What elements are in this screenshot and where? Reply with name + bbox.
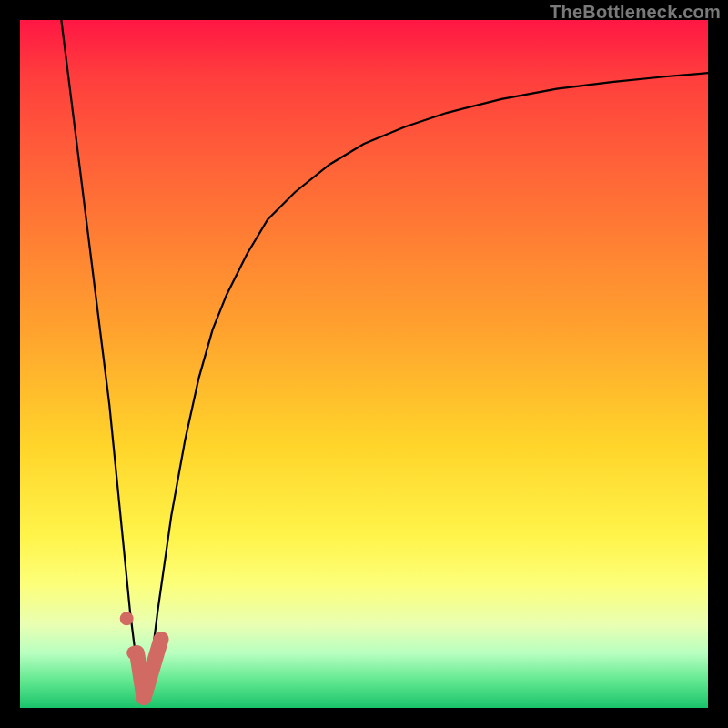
marker-tick — [137, 639, 161, 697]
plot-area — [20, 20, 708, 708]
marker-dot — [120, 612, 134, 625]
marker-layer — [20, 20, 708, 708]
tick-markers — [120, 612, 161, 697]
chart-frame: TheBottleneck.com — [0, 0, 728, 728]
